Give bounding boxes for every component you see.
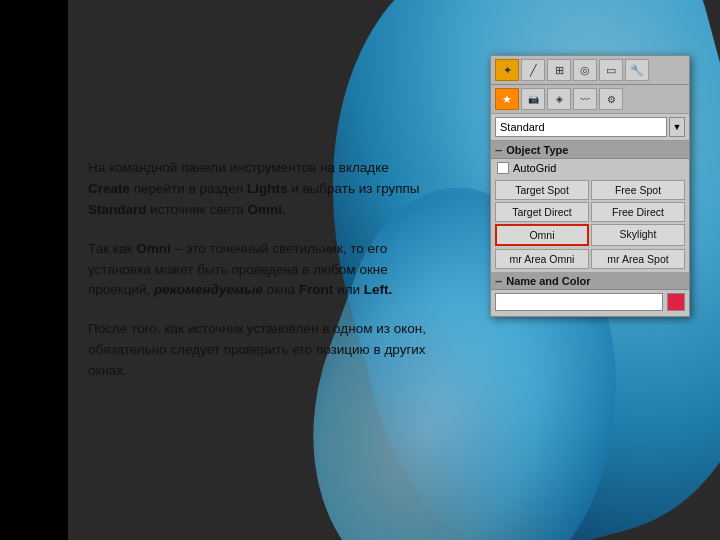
text-block-3: После того, как источник установлен в од… [88, 319, 428, 382]
autogrid-label: AutoGrid [513, 162, 556, 174]
cameras-button[interactable]: 📷 [521, 88, 545, 110]
mr-area-omni-button[interactable]: mr Area Omni [495, 249, 589, 269]
mr-area-spot-button[interactable]: mr Area Spot [591, 249, 685, 269]
max-panel: ✦ ╱ ⊞ ◎ ▭ 🔧 ★ 📷 ◈ 〰 ⚙ Standard ▼ – Objec… [490, 55, 690, 317]
autogrid-row: AutoGrid [491, 159, 689, 177]
display-tab-button[interactable]: ▭ [599, 59, 623, 81]
standard-dropdown[interactable]: Standard [495, 117, 667, 137]
name-color-row [495, 293, 685, 311]
left-sidebar [0, 0, 68, 540]
toolbar-row-2: ★ 📷 ◈ 〰 ⚙ [491, 85, 689, 114]
name-color-label: Name and Color [506, 275, 590, 287]
spacewarps-button[interactable]: 〰 [573, 88, 597, 110]
object-type-header: – Object Type [491, 141, 689, 159]
systems-button[interactable]: ⚙ [599, 88, 623, 110]
collapse-icon[interactable]: – [495, 143, 502, 156]
object-type-label: Object Type [506, 144, 568, 156]
autogrid-checkbox[interactable] [497, 162, 509, 174]
helpers-button[interactable]: ◈ [547, 88, 571, 110]
toolbar-row-1: ✦ ╱ ⊞ ◎ ▭ 🔧 [491, 56, 689, 85]
free-direct-button[interactable]: Free Direct [591, 202, 685, 222]
text-block-2: Так как Omni – это точечный светильник, … [88, 239, 428, 302]
name-color-section [491, 290, 689, 316]
modify-tab-button[interactable]: ╱ [521, 59, 545, 81]
name-input-field[interactable] [495, 293, 663, 311]
main-content: На командной панели инструментов на вкла… [68, 0, 458, 540]
text-block-1: На командной панели инструментов на вкла… [88, 158, 428, 221]
motion-tab-button[interactable]: ◎ [573, 59, 597, 81]
hierarchy-tab-button[interactable]: ⊞ [547, 59, 571, 81]
dropdown-value: Standard [500, 121, 545, 133]
lights-button[interactable]: ★ [495, 88, 519, 110]
omni-button[interactable]: Omni [495, 224, 589, 246]
mr-area-buttons: mr Area Omni mr Area Spot [491, 249, 689, 272]
dropdown-arrow-icon[interactable]: ▼ [669, 117, 685, 137]
emphasis-recommended: рекомендуемые [154, 282, 263, 297]
dropdown-row: Standard ▼ [491, 114, 689, 141]
color-swatch[interactable] [667, 293, 685, 311]
name-color-collapse-icon[interactable]: – [495, 274, 502, 287]
utilities-tab-button[interactable]: 🔧 [625, 59, 649, 81]
create-tab-button[interactable]: ✦ [495, 59, 519, 81]
target-spot-button[interactable]: Target Spot [495, 180, 589, 200]
free-spot-button[interactable]: Free Spot [591, 180, 685, 200]
name-color-header: – Name and Color [491, 272, 689, 290]
target-direct-button[interactable]: Target Direct [495, 202, 589, 222]
object-type-buttons: Target Spot Free Spot Target Direct Free… [491, 177, 689, 249]
skylight-button[interactable]: Skylight [591, 224, 685, 246]
